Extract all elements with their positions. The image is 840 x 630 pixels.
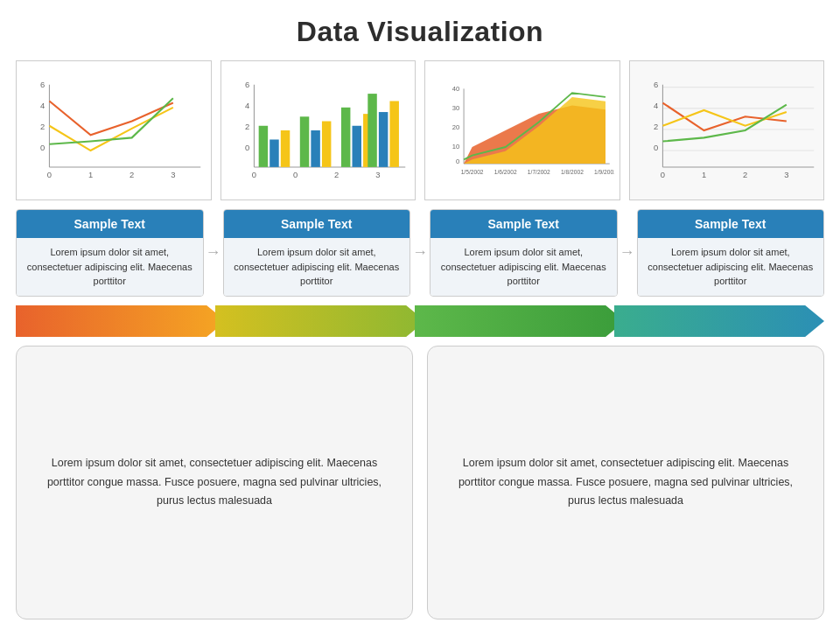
svg-text:2: 2 (334, 170, 339, 179)
svg-text:1/8/2002: 1/8/2002 (561, 169, 584, 175)
svg-text:3: 3 (171, 170, 175, 179)
charts-row: 6 4 2 0 0 1 2 3 (16, 60, 824, 200)
arrow-1 (16, 305, 226, 337)
card-4-header: Sample Text (638, 210, 824, 238)
svg-rect-31 (389, 101, 398, 166)
svg-text:6: 6 (40, 80, 45, 89)
svg-text:10: 10 (452, 143, 459, 150)
card-3-body: Lorem ipsum dolor sit amet, consectetuer… (430, 238, 617, 296)
bottom-row: Lorem ipsum dolor sit amet, consectetuer… (16, 346, 824, 620)
svg-text:0: 0 (660, 170, 664, 179)
svg-text:0: 0 (244, 143, 248, 152)
svg-text:2: 2 (244, 122, 248, 131)
svg-rect-21 (270, 139, 278, 166)
arrow-4 (614, 305, 824, 337)
svg-text:3: 3 (375, 170, 380, 179)
chart-area: 40 30 20 10 0 1/5/2002 1/6/2002 1/7/2002… (424, 60, 620, 200)
svg-text:0: 0 (456, 158, 459, 165)
arrow-3 (415, 305, 625, 337)
card-2-wrapper: Sample Text Lorem ipsum dolor sit amet, … (223, 209, 411, 297)
svg-text:1: 1 (701, 170, 705, 179)
svg-text:0: 0 (653, 143, 657, 152)
svg-text:0: 0 (292, 170, 297, 179)
svg-text:3: 3 (784, 170, 788, 179)
connector-arrow-3: → (618, 243, 637, 262)
svg-rect-20 (258, 126, 267, 167)
svg-rect-30 (378, 112, 387, 167)
card-2-body: Lorem ipsum dolor sit amet, consectetuer… (224, 238, 410, 296)
card-1: Sample Text Lorem ipsum dolor sit amet, … (16, 209, 204, 297)
svg-text:0: 0 (47, 170, 52, 179)
page-title: Data Visualization (16, 16, 824, 52)
svg-text:2: 2 (743, 170, 747, 179)
svg-marker-61 (215, 305, 425, 337)
svg-text:4: 4 (40, 101, 45, 110)
card-1-body: Lorem ipsum dolor sit amet, consectetuer… (17, 238, 203, 296)
svg-rect-29 (368, 94, 376, 167)
svg-text:4: 4 (653, 101, 657, 110)
arrows-row (16, 305, 824, 337)
card-3-header: Sample Text (430, 210, 617, 238)
svg-marker-63 (614, 305, 824, 337)
svg-text:1/9/2002: 1/9/2002 (594, 169, 613, 175)
cards-row: Sample Text Lorem ipsum dolor sit amet, … (16, 209, 824, 297)
connector-arrow-1: → (204, 243, 223, 262)
card-1-header: Sample Text (17, 210, 203, 238)
chart-line-1: 6 4 2 0 0 1 2 3 (16, 60, 212, 200)
svg-text:40: 40 (452, 85, 459, 93)
arrow-2 (215, 305, 425, 337)
svg-text:2: 2 (40, 122, 45, 131)
connector-arrow-2: → (410, 243, 430, 262)
svg-rect-26 (340, 108, 349, 167)
card-4-wrapper: Sample Text Lorem ipsum dolor sit amet, … (637, 209, 825, 297)
svg-rect-24 (311, 130, 319, 167)
svg-rect-23 (299, 116, 308, 167)
svg-marker-62 (415, 305, 625, 337)
card-4: Sample Text Lorem ipsum dolor sit amet, … (637, 209, 825, 297)
svg-marker-60 (16, 305, 226, 337)
text-box-2: Lorem ipsum dolor sit amet, consectetuer… (427, 346, 824, 620)
text-box-1: Lorem ipsum dolor sit amet, consectetuer… (16, 346, 413, 620)
card-1-wrapper: Sample Text Lorem ipsum dolor sit amet, … (16, 209, 204, 297)
svg-text:6: 6 (653, 80, 657, 89)
card-4-body: Lorem ipsum dolor sit amet, consectetuer… (638, 238, 824, 296)
svg-text:6: 6 (244, 80, 248, 89)
svg-text:1/6/2002: 1/6/2002 (494, 169, 517, 175)
svg-text:30: 30 (452, 104, 459, 112)
svg-text:1/5/2002: 1/5/2002 (461, 169, 484, 175)
svg-rect-25 (321, 122, 330, 167)
chart-bar: 6 4 2 0 0 0 2 3 (220, 60, 416, 200)
svg-text:1: 1 (88, 170, 93, 179)
svg-text:2: 2 (653, 122, 657, 131)
chart-line-2: 6 4 2 0 0 1 2 3 (629, 60, 825, 200)
card-3: Sample Text Lorem ipsum dolor sit amet, … (430, 209, 618, 297)
svg-text:0: 0 (251, 170, 256, 179)
svg-text:4: 4 (244, 101, 248, 110)
card-2: Sample Text Lorem ipsum dolor sit amet, … (223, 209, 411, 297)
svg-text:20: 20 (452, 123, 459, 131)
svg-text:1/7/2002: 1/7/2002 (528, 169, 550, 175)
svg-rect-22 (280, 130, 289, 167)
card-3-wrapper: Sample Text Lorem ipsum dolor sit amet, … (430, 209, 618, 297)
svg-text:2: 2 (130, 170, 134, 179)
card-2-header: Sample Text (224, 210, 410, 238)
svg-rect-27 (352, 126, 360, 167)
svg-text:0: 0 (40, 143, 45, 152)
